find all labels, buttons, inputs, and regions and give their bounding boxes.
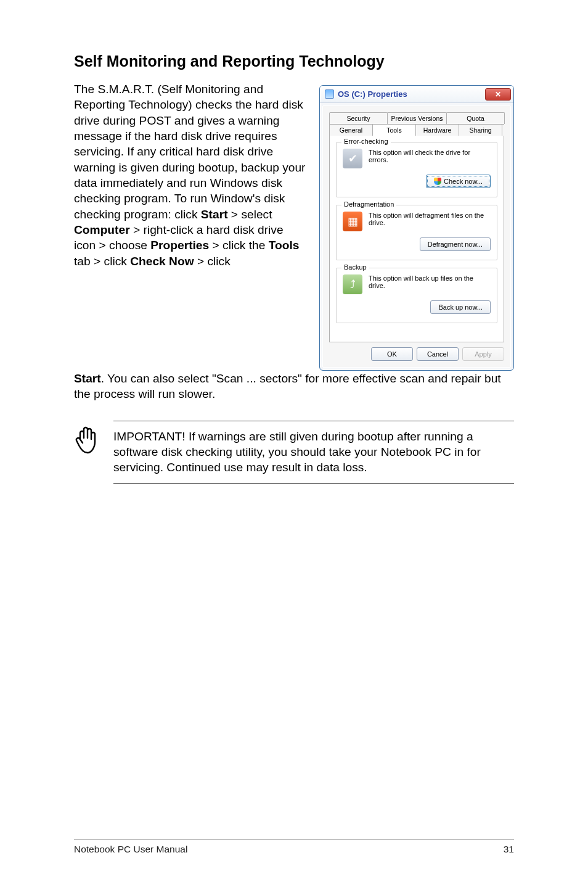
important-icon bbox=[74, 424, 101, 459]
window-title: OS (C:) Properties bbox=[338, 89, 407, 99]
disk-check-icon: ✔ bbox=[343, 149, 362, 168]
page-footer: Notebook PC User Manual 31 bbox=[74, 840, 514, 855]
tab-previous-versions[interactable]: Previous Versions bbox=[387, 112, 447, 124]
group-error-checking: Error-checking ✔ This option will check … bbox=[336, 142, 497, 197]
footer-title: Notebook PC User Manual bbox=[74, 844, 187, 855]
properties-dialog: OS (C:) Properties ✕ Security Previous V… bbox=[319, 85, 514, 371]
tab-hardware[interactable]: Hardware bbox=[415, 124, 459, 136]
check-now-button[interactable]: Check now... bbox=[426, 175, 491, 188]
cancel-button[interactable]: Cancel bbox=[417, 347, 459, 361]
body-text-run: tab > click bbox=[74, 255, 130, 268]
body-text-run: > select bbox=[228, 208, 272, 221]
group-defragmentation: Defragmentation ▦ This option will defra… bbox=[336, 205, 497, 260]
backup-icon: ⤴ bbox=[343, 274, 362, 294]
defrag-text: This option will defragment files on the… bbox=[369, 212, 491, 226]
tab-general[interactable]: General bbox=[329, 124, 373, 136]
computer-bold: Computer bbox=[74, 223, 130, 236]
body-text-run: . You can also select "Scan ... sectors"… bbox=[74, 372, 501, 400]
drive-icon bbox=[325, 89, 334, 99]
tab-sharing[interactable]: Sharing bbox=[459, 124, 502, 136]
tabs-row-front: General Tools Hardware Sharing bbox=[329, 124, 504, 136]
close-button[interactable]: ✕ bbox=[485, 88, 511, 101]
body-text-run: > click the bbox=[209, 239, 269, 252]
check-now-bold: Check Now bbox=[130, 255, 194, 268]
ok-button[interactable]: OK bbox=[371, 347, 413, 361]
body-text-run: The S.M.A.R.T. (Self Monitoring and Repo… bbox=[74, 83, 305, 221]
important-note-text: IMPORTANT! If warnings are still given d… bbox=[113, 429, 514, 476]
page-number: 31 bbox=[504, 844, 514, 855]
body-continuation: Start. You can also select "Scan ... sec… bbox=[74, 371, 514, 402]
tab-tools[interactable]: Tools bbox=[372, 124, 416, 136]
body-paragraph: The S.M.A.R.T. (Self Monitoring and Repo… bbox=[74, 81, 308, 371]
group-backup: Backup ⤴ This option will back up files … bbox=[336, 268, 497, 323]
check-now-label: Check now... bbox=[444, 178, 483, 185]
error-text: This option will check the drive for err… bbox=[369, 149, 491, 163]
defrag-icon: ▦ bbox=[343, 212, 362, 231]
start2-bold: Start bbox=[74, 372, 101, 385]
group-title-error: Error-checking bbox=[341, 138, 391, 145]
hand-stop-icon bbox=[74, 424, 101, 456]
important-note-box: IMPORTANT! If warnings are still given d… bbox=[113, 421, 514, 484]
tabs-row-back: Security Previous Versions Quota bbox=[329, 112, 504, 125]
body-text-run: > click bbox=[194, 255, 231, 268]
start-bold: Start bbox=[201, 208, 228, 221]
titlebar: OS (C:) Properties ✕ bbox=[320, 86, 513, 103]
properties-bold: Properties bbox=[150, 239, 209, 252]
defragment-now-button[interactable]: Defragment now... bbox=[420, 237, 491, 251]
backup-text: This option will back up files on the dr… bbox=[369, 274, 491, 289]
shield-icon bbox=[434, 178, 441, 185]
group-title-defrag: Defragmentation bbox=[341, 200, 396, 208]
tab-security[interactable]: Security bbox=[329, 112, 388, 124]
group-title-backup: Backup bbox=[341, 263, 369, 271]
section-heading: Self Monitoring and Reporting Technology bbox=[74, 52, 514, 70]
back-up-now-button[interactable]: Back up now... bbox=[430, 300, 491, 314]
tools-bold: Tools bbox=[269, 239, 300, 252]
apply-button[interactable]: Apply bbox=[462, 347, 504, 361]
tab-quota[interactable]: Quota bbox=[446, 112, 505, 124]
